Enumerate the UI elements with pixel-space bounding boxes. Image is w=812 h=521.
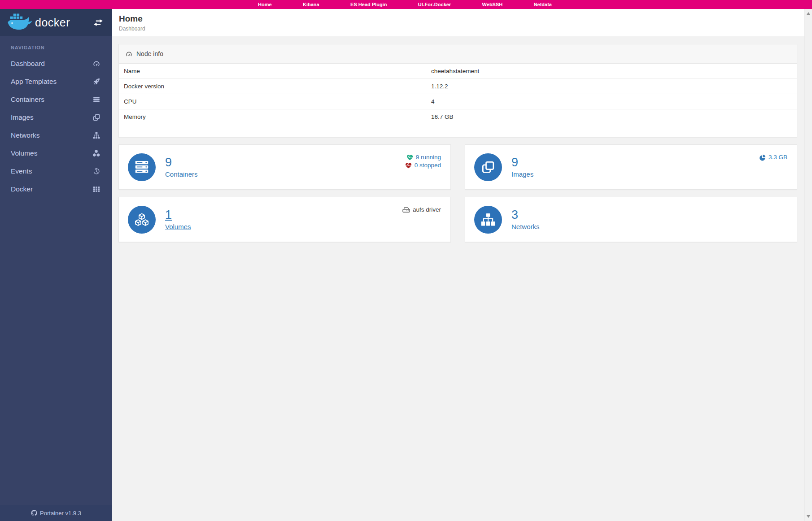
scroll-up-arrow-icon[interactable] bbox=[807, 12, 810, 15]
scroll-down-arrow-icon[interactable] bbox=[807, 515, 810, 518]
dashboard-content: Node info Name cheetahstatement Docker v… bbox=[112, 36, 804, 242]
images-size: 3.3 GB bbox=[759, 154, 787, 161]
top-nav-links: Home Kibana ES Head Plugin UI-For-Docker… bbox=[258, 0, 552, 9]
node-info-title: Node info bbox=[136, 50, 163, 57]
endpoint-switch-icon[interactable] bbox=[93, 19, 103, 26]
sidebar-item-docker[interactable]: Docker bbox=[0, 180, 112, 198]
volumes-count: 1 bbox=[165, 208, 191, 221]
row-value: 16.7 GB bbox=[426, 109, 797, 125]
sidebar-item-dashboard[interactable]: Dashboard bbox=[0, 55, 112, 73]
volumes-circle bbox=[128, 206, 156, 234]
gauge-icon bbox=[93, 60, 100, 67]
topnav-kibana[interactable]: Kibana bbox=[303, 2, 319, 7]
images-card[interactable]: 9 Images 3.3 GB bbox=[465, 144, 797, 190]
images-circle bbox=[474, 153, 502, 181]
networks-count: 3 bbox=[511, 208, 540, 221]
table-row: CPU 4 bbox=[119, 94, 797, 109]
containers-link[interactable]: Containers bbox=[165, 170, 198, 178]
running-status: 9 running bbox=[405, 154, 441, 161]
images-total-size-label: 3.3 GB bbox=[768, 154, 787, 161]
rocket-icon bbox=[93, 78, 100, 85]
row-value: cheetahstatement bbox=[426, 64, 797, 79]
clone-icon bbox=[481, 161, 495, 174]
stopped-status: 0 stopped bbox=[405, 162, 441, 169]
networks-circle bbox=[474, 206, 502, 234]
stopped-count-label: 0 stopped bbox=[415, 162, 441, 169]
images-link[interactable]: Images bbox=[511, 170, 533, 178]
grid-icon bbox=[93, 186, 100, 193]
sitemap-icon bbox=[93, 132, 100, 139]
vertical-scrollbar[interactable] bbox=[804, 9, 812, 521]
page-title: Home bbox=[119, 14, 804, 24]
table-row: Name cheetahstatement bbox=[119, 64, 797, 79]
github-icon bbox=[31, 510, 37, 516]
row-value: 1.12.2 bbox=[426, 79, 797, 94]
topnav-home[interactable]: Home bbox=[258, 2, 272, 7]
gauge-icon bbox=[126, 51, 132, 57]
history-icon bbox=[93, 168, 100, 175]
top-nav-bar: Home Kibana ES Head Plugin UI-For-Docker… bbox=[0, 0, 812, 9]
sidebar-item-events[interactable]: Events bbox=[0, 162, 112, 180]
sidebar-menu: Dashboard App Templates Containers Image… bbox=[0, 55, 112, 198]
sidebar-item-label: Dashboard bbox=[11, 60, 45, 68]
topnav-es-head-plugin[interactable]: ES Head Plugin bbox=[350, 2, 387, 7]
networks-card-info: 3 Networks bbox=[511, 208, 540, 230]
hdd-icon bbox=[402, 207, 410, 213]
sitemap-icon bbox=[481, 213, 495, 226]
row-label: Name bbox=[119, 64, 426, 79]
sidebar: docker NAVIGATION Dashboard App Template… bbox=[0, 9, 112, 521]
docker-whale-logo-icon bbox=[7, 13, 33, 31]
row-label: Docker version bbox=[119, 79, 426, 94]
volumes-link[interactable]: Volumes bbox=[165, 223, 191, 230]
table-row: Memory 16.7 GB bbox=[119, 109, 797, 125]
images-size-line: 3.3 GB bbox=[759, 154, 787, 161]
sidebar-item-containers[interactable]: Containers bbox=[0, 91, 112, 109]
sidebar-item-label: Images bbox=[11, 113, 34, 122]
brand-name: docker bbox=[35, 16, 70, 29]
portainer-version-link[interactable]: Portainer v1.9.3 bbox=[0, 505, 112, 521]
cubes-icon bbox=[92, 150, 100, 157]
summary-cards: 9 Containers 9 running 0 stopped bbox=[118, 144, 797, 242]
pie-chart-icon bbox=[759, 154, 766, 161]
clone-icon bbox=[93, 114, 100, 121]
sidebar-item-label: Containers bbox=[11, 96, 44, 104]
topnav-ui-for-docker[interactable]: UI-For-Docker bbox=[418, 2, 451, 7]
networks-link[interactable]: Networks bbox=[511, 223, 540, 230]
volumes-driver: aufs driver bbox=[402, 206, 441, 213]
topnav-netdata[interactable]: Netdata bbox=[534, 2, 552, 7]
table-row: Docker version 1.12.2 bbox=[119, 79, 797, 94]
topnav-webssh[interactable]: WebSSH bbox=[482, 2, 503, 7]
sidebar-item-label: Events bbox=[11, 167, 32, 175]
row-label: Memory bbox=[119, 109, 426, 125]
sidebar-item-images[interactable]: Images bbox=[0, 109, 112, 126]
volumes-card-info: 1 Volumes bbox=[165, 208, 191, 230]
volumes-driver-label: aufs driver bbox=[413, 206, 441, 213]
node-info-panel: Node info Name cheetahstatement Docker v… bbox=[118, 44, 797, 137]
sidebar-item-label: Networks bbox=[11, 131, 40, 139]
sidebar-item-app-templates[interactable]: App Templates bbox=[0, 73, 112, 91]
server-icon bbox=[93, 96, 100, 103]
containers-status: 9 running 0 stopped bbox=[405, 154, 441, 169]
containers-card[interactable]: 9 Containers 9 running 0 stopped bbox=[118, 144, 451, 190]
containers-count: 9 bbox=[165, 156, 198, 169]
heartbeat-icon bbox=[405, 163, 412, 169]
server-icon bbox=[135, 161, 149, 174]
volumes-driver-line: aufs driver bbox=[402, 206, 441, 213]
sidebar-item-networks[interactable]: Networks bbox=[0, 126, 112, 144]
images-count: 9 bbox=[511, 156, 533, 169]
cubes-icon bbox=[134, 213, 149, 226]
volumes-card[interactable]: 1 Volumes aufs driver bbox=[118, 197, 451, 242]
row-value: 4 bbox=[426, 94, 797, 109]
networks-card[interactable]: 3 Networks bbox=[465, 197, 797, 242]
node-info-table: Name cheetahstatement Docker version 1.1… bbox=[119, 64, 797, 124]
breadcrumb: Dashboard bbox=[119, 26, 804, 32]
sidebar-brand[interactable]: docker bbox=[0, 9, 112, 36]
node-info-header: Node info bbox=[119, 44, 797, 64]
images-card-info: 9 Images bbox=[511, 156, 533, 178]
sidebar-item-label: App Templates bbox=[11, 78, 57, 86]
page-header: Home Dashboard bbox=[112, 9, 804, 36]
sidebar-item-volumes[interactable]: Volumes bbox=[0, 144, 112, 162]
row-label: CPU bbox=[119, 94, 426, 109]
running-count-label: 9 running bbox=[416, 154, 441, 161]
sidebar-item-label: Docker bbox=[11, 185, 33, 193]
